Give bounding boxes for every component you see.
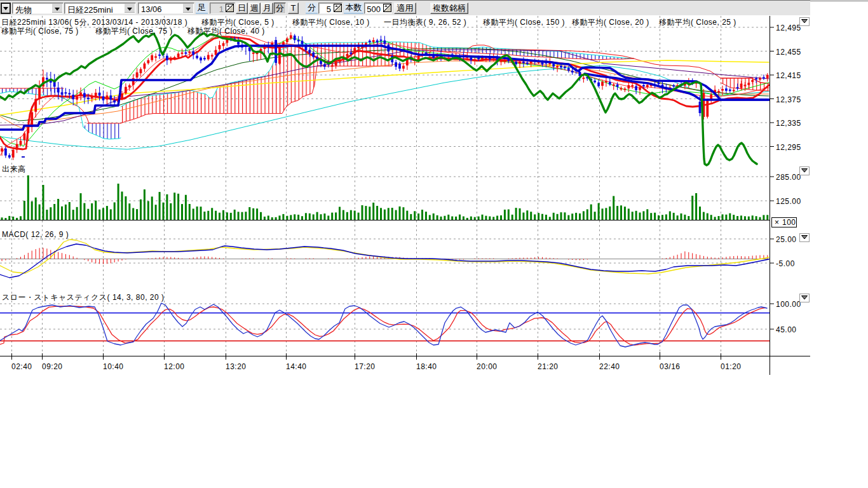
svg-text:20:00: 20:00 xyxy=(477,362,498,371)
svg-text:出来高: 出来高 xyxy=(2,165,26,173)
svg-text:移動平均( Close, 75 ): 移動平均( Close, 75 ) xyxy=(95,27,173,36)
svg-text:12,415: 12,415 xyxy=(776,71,801,80)
svg-text:移動平均( Close, 5 ): 移動平均( Close, 5 ) xyxy=(201,18,275,27)
svg-text:12,375: 12,375 xyxy=(776,95,801,104)
svg-text:17:20: 17:20 xyxy=(355,362,376,371)
svg-text:移動平均( Close, 25 ): 移動平均( Close, 25 ) xyxy=(659,18,736,27)
svg-text:一目均衡表( 9, 26, 52 ): 一目均衡表( 9, 26, 52 ) xyxy=(384,18,466,27)
svg-text:01:20: 01:20 xyxy=(721,362,742,371)
svg-text:MACD( 12, 26, 9 ): MACD( 12, 26, 9 ) xyxy=(2,230,69,239)
svg-text:12,295: 12,295 xyxy=(776,143,801,152)
svg-text:12:00: 12:00 xyxy=(164,362,185,371)
svg-text:日経225mini 13/06( 5分, 2013/03/1: 日経225mini 13/06( 5分, 2013/03/14 - 2013/0… xyxy=(1,18,187,27)
svg-text:22:40: 22:40 xyxy=(599,362,620,371)
svg-text:18:40: 18:40 xyxy=(416,362,437,371)
svg-text:09:20: 09:20 xyxy=(42,362,63,371)
svg-text:移動平均( Close, 20 ): 移動平均( Close, 20 ) xyxy=(572,18,649,27)
svg-text:285.00: 285.00 xyxy=(776,173,801,182)
svg-text:12,455: 12,455 xyxy=(776,48,801,57)
svg-text:100.00: 100.00 xyxy=(776,300,801,309)
svg-text:45.00: 45.00 xyxy=(776,325,797,334)
svg-text:14:40: 14:40 xyxy=(286,362,307,371)
svg-text:02:40: 02:40 xyxy=(11,362,32,371)
svg-text:移動平均( Close, 10 ): 移動平均( Close, 10 ) xyxy=(292,18,370,27)
svg-text:移動平均( Close, 40 ): 移動平均( Close, 40 ) xyxy=(187,27,265,36)
svg-text:03/16: 03/16 xyxy=(660,362,681,371)
svg-text:13:20: 13:20 xyxy=(226,362,247,371)
svg-text:25.00: 25.00 xyxy=(776,235,797,244)
svg-text:10:40: 10:40 xyxy=(103,362,124,371)
svg-text:-5.00: -5.00 xyxy=(776,259,795,268)
svg-text:移動平均( Close, 150 ): 移動平均( Close, 150 ) xyxy=(483,18,565,27)
svg-text:移動平均( Close, 75 ): 移動平均( Close, 75 ) xyxy=(1,27,79,36)
svg-text:21:20: 21:20 xyxy=(538,362,559,371)
svg-text:スロー・ストキャスティクス( 14, 3, 80, 20 ): スロー・ストキャスティクス( 14, 3, 80, 20 ) xyxy=(2,293,164,302)
svg-text:100: 100 xyxy=(782,218,796,227)
svg-text:12,335: 12,335 xyxy=(776,119,801,128)
svg-text:125.00: 125.00 xyxy=(776,197,801,206)
svg-text:×: × xyxy=(775,218,780,227)
svg-text:12,495: 12,495 xyxy=(776,24,801,32)
